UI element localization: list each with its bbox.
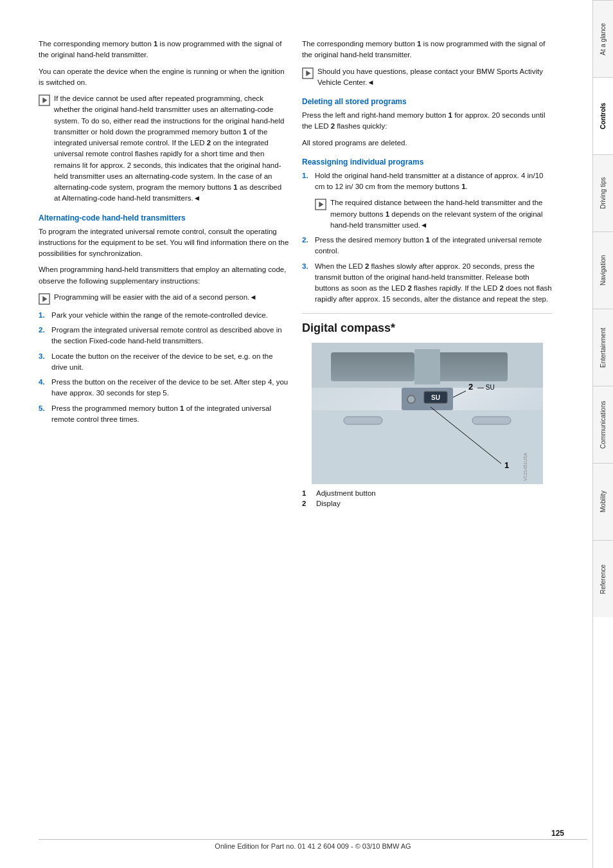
sidebar-tab-navigation[interactable]: Navigation bbox=[593, 231, 613, 309]
triangle-icon-reassign bbox=[315, 199, 326, 210]
step-text-5: Press the programmed memory button 1 of … bbox=[51, 403, 289, 426]
svg-rect-10 bbox=[331, 352, 414, 381]
sidebar: At a glance Controls Driving tips Naviga… bbox=[592, 0, 613, 868]
reassign-step-text-3: When the LED 2 flashes slowly after appr… bbox=[315, 261, 553, 305]
alternating-para-2: When programming hand-held transmitters … bbox=[39, 264, 289, 287]
reassign-step-number-1: 1. bbox=[302, 170, 311, 193]
reassign-step-text-1: Hold the original hand-held transmitter … bbox=[315, 170, 553, 193]
left-para-2: You can operate the device when the engi… bbox=[39, 66, 289, 89]
reassigning-steps-list-2: 2. Press the desired memory button 1 of … bbox=[302, 235, 553, 305]
note-text-reassign: The required distance between the hand-h… bbox=[330, 197, 553, 231]
step-number-2: 2. bbox=[39, 325, 48, 347]
note-box-1: If the device cannot be used after repea… bbox=[39, 93, 289, 204]
sidebar-tab-at-a-glance[interactable]: At a glance bbox=[593, 0, 613, 77]
alternating-para-1: To program the integrated universal remo… bbox=[39, 226, 289, 260]
digital-compass-heading: Digital compass* bbox=[302, 321, 553, 335]
svg-text:2: 2 bbox=[468, 382, 473, 392]
legend-item-2: 2 Display bbox=[302, 500, 553, 507]
section-divider bbox=[302, 313, 553, 314]
svg-text:1: 1 bbox=[504, 460, 509, 470]
sidebar-tab-entertainment[interactable]: Entertainment bbox=[593, 309, 613, 386]
note-text-1: If the device cannot be used after repea… bbox=[54, 93, 289, 204]
svg-marker-3 bbox=[42, 296, 47, 302]
page-number: 125 bbox=[39, 829, 564, 838]
alternating-heading: Alternating-code hand-held transmitters bbox=[39, 213, 289, 222]
legend-item-1: 1 Adjustment button bbox=[302, 489, 553, 497]
svg-marker-1 bbox=[42, 98, 47, 104]
svg-rect-22 bbox=[472, 417, 511, 424]
reassign-step-number-2: 2. bbox=[302, 235, 311, 257]
sidebar-tab-communications[interactable]: Communications bbox=[593, 386, 613, 463]
triangle-icon-right-1 bbox=[302, 68, 314, 79]
left-column: The corresponding memory button 1 is now… bbox=[39, 39, 289, 849]
step-2: 2. Program the integrated universal remo… bbox=[39, 325, 289, 347]
svg-text:— SU: — SU bbox=[477, 384, 495, 391]
step-text-3: Locate the button on the receiver of the… bbox=[51, 351, 289, 374]
step-text-2: Program the integrated universal remote … bbox=[51, 325, 289, 347]
reassign-step-3: 3. When the LED 2 flashes slowly after a… bbox=[302, 261, 553, 305]
svg-rect-12 bbox=[414, 349, 440, 384]
step-5: 5. Press the programmed memory button 1 … bbox=[39, 403, 289, 426]
legend-number-2: 2 bbox=[302, 500, 310, 507]
right-para-1: The corresponding memory button 1 is now… bbox=[302, 39, 553, 61]
compass-svg: SU 2 — SU 1 bbox=[302, 343, 553, 484]
legend-label-1: Adjustment button bbox=[316, 489, 376, 497]
step-number-3: 3. bbox=[39, 351, 48, 374]
svg-text:VC21451USA: VC21451USA bbox=[523, 453, 528, 481]
deleting-para: Press the left and right-hand memory but… bbox=[302, 110, 553, 132]
step-number-4: 4. bbox=[39, 377, 48, 399]
triangle-icon-2 bbox=[39, 293, 50, 305]
step-3: 3. Locate the button on the receiver of … bbox=[39, 351, 289, 374]
deleting-result: All stored programs are deleted. bbox=[302, 138, 553, 149]
legend-number-1: 1 bbox=[302, 489, 310, 497]
triangle-icon-1 bbox=[39, 95, 50, 106]
svg-rect-21 bbox=[344, 417, 382, 424]
step-4: 4. Press the button on the receiver of t… bbox=[39, 377, 289, 399]
step-text-4: Press the button on the receiver of the … bbox=[51, 377, 289, 399]
page-footer: 125 Online Edition for Part no. 01 41 2 … bbox=[39, 829, 587, 850]
sidebar-tab-mobility[interactable]: Mobility bbox=[593, 463, 613, 540]
alternating-steps-list: 1. Park your vehicle within the range of… bbox=[39, 310, 289, 425]
reassigning-steps-list: 1. Hold the original hand-held transmitt… bbox=[302, 170, 553, 193]
reassign-step-text-2: Press the desired memory button 1 of the… bbox=[315, 235, 553, 257]
reassigning-heading: Reassigning individual programs bbox=[302, 158, 553, 167]
reassign-step-2: 2. Press the desired memory button 1 of … bbox=[302, 235, 553, 257]
note-box-reassign: The required distance between the hand-h… bbox=[315, 197, 553, 231]
sidebar-tab-reference[interactable]: Reference bbox=[593, 540, 613, 617]
step-number-5: 5. bbox=[39, 403, 48, 426]
svg-marker-7 bbox=[319, 202, 323, 208]
reassign-step-number-3: 3. bbox=[302, 261, 311, 305]
sidebar-tab-driving-tips[interactable]: Driving tips bbox=[593, 154, 613, 231]
step-text-1: Park your vehicle within the range of th… bbox=[51, 310, 268, 321]
legend-label-2: Display bbox=[316, 500, 341, 507]
compass-image: SU 2 — SU 1 bbox=[302, 343, 553, 484]
step-number-1: 1. bbox=[39, 310, 48, 321]
svg-marker-5 bbox=[306, 70, 310, 76]
note-text-right-1: Should you have questions, please contac… bbox=[317, 66, 553, 89]
svg-point-19 bbox=[407, 395, 415, 403]
left-para-1: The corresponding memory button 1 is now… bbox=[39, 39, 289, 61]
sidebar-tab-controls[interactable]: Controls bbox=[593, 77, 613, 154]
compass-legend: 1 Adjustment button 2 Display bbox=[302, 489, 553, 507]
reassign-step-1: 1. Hold the original hand-held transmitt… bbox=[302, 170, 553, 193]
right-column: The corresponding memory button 1 is now… bbox=[302, 39, 553, 849]
step-1: 1. Park your vehicle within the range of… bbox=[39, 310, 289, 321]
note-text-2: Programming will be easier with the aid … bbox=[54, 292, 289, 303]
note-box-right-1: Should you have questions, please contac… bbox=[302, 66, 553, 89]
note-box-2: Programming will be easier with the aid … bbox=[39, 292, 289, 305]
footer-text: Online Edition for Part no. 01 41 2 604 … bbox=[39, 839, 587, 850]
deleting-heading: Deleting all stored programs bbox=[302, 97, 553, 106]
svg-text:SU: SU bbox=[431, 394, 440, 401]
